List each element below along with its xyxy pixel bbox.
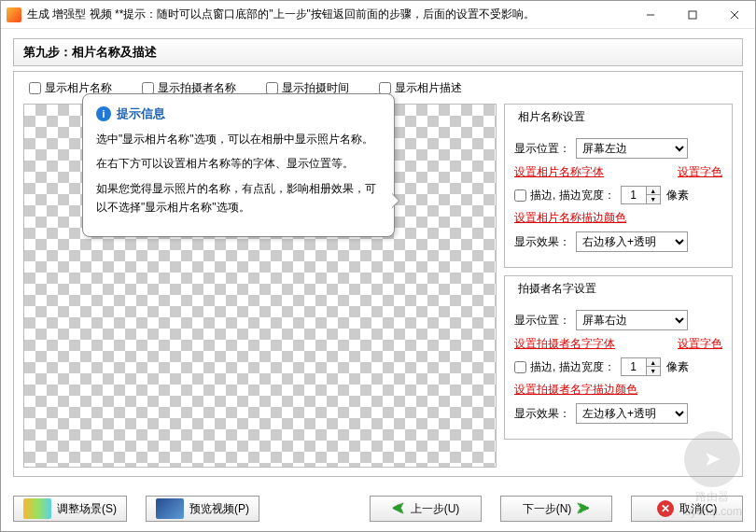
position-label: 显示位置： [514, 313, 570, 329]
tooltip-title: 提示信息 [117, 105, 165, 122]
preview-area: i 提示信息 选中"显示相片名称"选项，可以在相册中显示照片名称。 在右下方可以… [23, 104, 497, 468]
titlebar: 生成 增强型 视频 **提示：随时可以点窗口底部的"上一步"按钮返回前面的步骤，… [1, 1, 755, 29]
info-icon: i [96, 106, 111, 121]
effect-label: 显示效果： [514, 406, 570, 422]
position-select[interactable]: 屏幕左边 [576, 138, 688, 159]
group-title: 相片名称设置 [514, 109, 589, 125]
tooltip-balloon: i 提示信息 选中"显示相片名称"选项，可以在相册中显示照片名称。 在右下方可以… [82, 93, 395, 237]
outline-checkbox[interactable]: 描边, 描边宽度： [514, 188, 615, 203]
titlebar-text: 生成 增强型 视频 **提示：随时可以点窗口底部的"上一步"按钮返回前面的步骤，… [27, 7, 629, 22]
outline-checkbox[interactable]: 描边, 描边宽度： [514, 359, 615, 375]
tooltip-text: 在右下方可以设置相片名称等的字体、显示位置等。 [96, 154, 381, 173]
spinner-up[interactable]: ▲ [647, 187, 660, 195]
outline-color-link[interactable]: 设置拍摄者名字描边颜色 [514, 382, 722, 398]
set-font-link[interactable]: 设置拍摄者名字字体 [514, 336, 615, 352]
app-icon [7, 7, 21, 22]
spinner-down[interactable]: ▼ [647, 367, 660, 375]
svg-rect-1 [689, 11, 696, 19]
maximize-button[interactable] [671, 1, 713, 28]
set-color-link[interactable]: 设置字色 [678, 164, 722, 180]
tooltip-text: 选中"显示相片名称"选项，可以在相册中显示照片名称。 [96, 130, 381, 148]
arrow-left-icon: ⮜ [392, 501, 405, 516]
cancel-button[interactable]: ✕ 取消(C) [631, 496, 743, 522]
effect-select[interactable]: 左边移入+透明 [576, 403, 688, 424]
outline-width-spinner[interactable]: ▲▼ [621, 357, 661, 376]
outline-width-spinner[interactable]: ▲▼ [621, 186, 661, 204]
effect-select[interactable]: 右边移入+透明 [576, 231, 688, 252]
prev-step-button[interactable]: ⮜ 上一步(U) [370, 496, 482, 522]
minimize-button[interactable] [629, 1, 671, 28]
effect-label: 显示效果： [514, 234, 570, 250]
video-icon [156, 498, 184, 519]
scene-icon [23, 498, 51, 519]
preview-video-button[interactable]: 预览视频(P) [146, 496, 259, 522]
spinner-up[interactable]: ▲ [647, 358, 660, 367]
adjust-scene-button[interactable]: 调整场景(S) [13, 496, 127, 522]
footer: 调整场景(S) 预览视频(P) ⮜ 上一步(U) 下一步(N) ⮞ ✕ 取消(C… [13, 496, 743, 522]
position-label: 显示位置： [514, 141, 570, 157]
cancel-icon: ✕ [657, 500, 674, 517]
next-step-button[interactable]: 下一步(N) ⮞ [500, 496, 612, 522]
app-window: 生成 增强型 视频 **提示：随时可以点窗口底部的"上一步"按钮返回前面的步骤，… [0, 0, 756, 532]
close-button[interactable] [713, 1, 755, 28]
spinner-down[interactable]: ▼ [647, 195, 660, 203]
position-select[interactable]: 屏幕右边 [576, 310, 688, 330]
unit-label: 像素 [666, 188, 689, 203]
set-font-link[interactable]: 设置相片名称字体 [514, 164, 604, 180]
arrow-right-icon: ⮞ [577, 501, 590, 516]
unit-label: 像素 [666, 359, 689, 375]
outline-color-link[interactable]: 设置相片名称描边颜色 [514, 210, 722, 226]
photographer-settings-group: 拍摄者名字设置 显示位置： 屏幕右边 设置拍摄者名字字体 设置字色 描边, 描边… [504, 275, 733, 440]
step-header: 第九步：相片名称及描述 [13, 38, 743, 66]
photo-name-settings-group: 相片名称设置 显示位置： 屏幕左边 设置相片名称字体 设置字色 描边, 描边宽度… [504, 104, 733, 268]
group-title: 拍摄者名字设置 [514, 281, 600, 297]
set-color-link[interactable]: 设置字色 [678, 336, 722, 352]
inner-panel: 显示相片名称 显示拍摄者名称 显示拍摄时间 显示相片描述 i 提示信息 选中"显… [13, 71, 743, 477]
tooltip-text: 如果您觉得显示照片的名称，有点乱，影响相册效果，可以不选择"显示相片名称"选项。 [96, 179, 381, 217]
